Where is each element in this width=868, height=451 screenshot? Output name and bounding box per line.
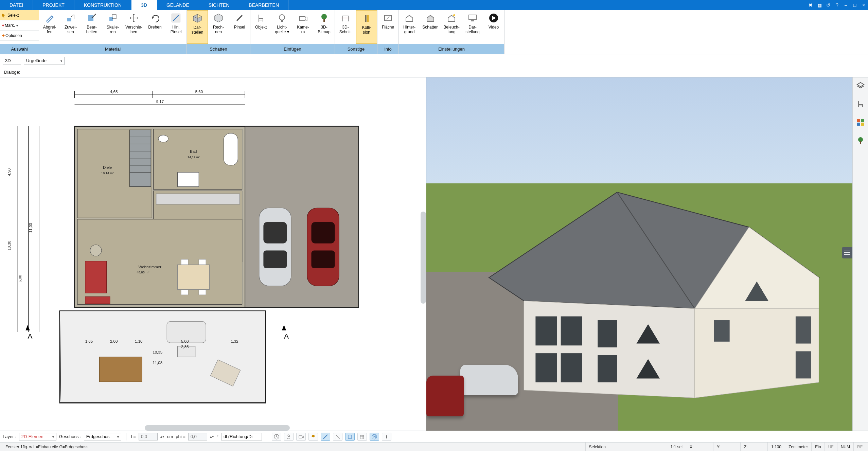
svg-point-8 — [321, 14, 327, 19]
svg-rect-42 — [561, 317, 582, 346]
l-value: 0,0 — [141, 434, 147, 439]
view-selector-bar: 3D Urgelände — [0, 54, 868, 67]
plants-icon[interactable] — [856, 136, 865, 145]
3d-view[interactable] — [426, 77, 852, 431]
tab-datei[interactable]: DATEI — [0, 0, 33, 10]
snap3-icon[interactable] — [345, 433, 355, 441]
tab-konstruktion[interactable]: KONSTRUKTION — [74, 0, 131, 10]
drehen-button[interactable]: Drehen — [144, 10, 165, 44]
beleuchtung-label: Beleuch- tung — [443, 25, 459, 35]
hinpinsel-button[interactable]: Hin. Pinsel — [165, 10, 187, 44]
status-rf: RF — [854, 443, 866, 451]
materials-icon[interactable] — [856, 118, 865, 127]
darstellung-button[interactable]: Dar- stellung — [462, 10, 483, 44]
abgreifen-button[interactable]: Abgrei- fen — [39, 10, 60, 44]
help-icon[interactable]: ? — [833, 0, 842, 10]
optionen-button[interactable]: ＋ Optionen — [0, 31, 39, 41]
tool-icon-2[interactable]: ▦ — [815, 0, 824, 10]
view-mode-select[interactable]: 3D — [3, 57, 21, 65]
snap1-icon[interactable] — [321, 433, 330, 441]
layers-icon[interactable] — [856, 81, 865, 90]
video-button[interactable]: Video — [483, 10, 504, 44]
objekt-button[interactable]: Objekt — [250, 10, 271, 44]
room-wohnzimmer-label: Wohnzimmer — [139, 265, 162, 269]
layer-combo[interactable]: 2D-Elemen — [19, 433, 56, 440]
status-uf: UF — [825, 443, 837, 451]
dl-input[interactable]: dl (Richtung/Di — [221, 433, 262, 440]
rechnen-button[interactable]: Rech- nen — [208, 10, 229, 44]
pinsel-button[interactable]: Pinsel — [229, 10, 250, 44]
tab-sichten[interactable]: SICHTEN — [199, 0, 239, 10]
zuweisen-button[interactable]: Zuwei- sen — [60, 10, 81, 44]
svg-rect-48 — [796, 317, 811, 344]
verschieben-button[interactable]: Verschie- ben — [123, 10, 144, 44]
group-label-material: Material — [39, 44, 187, 54]
mark-button[interactable]: ✶ Mark. — [0, 20, 39, 31]
3dbitmap-button[interactable]: 3D- Bitmap — [314, 10, 335, 44]
layers-toggle-icon[interactable] — [308, 433, 318, 441]
maximize-icon[interactable]: □ — [850, 0, 859, 10]
layer-select[interactable]: Urgelände — [24, 57, 65, 65]
layer-combo-value: 2D-Elemen — [21, 434, 43, 439]
plus-icon: ✶ — [1, 23, 5, 28]
clock-icon[interactable] — [272, 433, 281, 441]
rotate-icon — [149, 12, 161, 24]
kitchen-counter — [156, 194, 240, 204]
group-label-einfuegen: Einfügen — [250, 44, 335, 54]
minimize-icon[interactable]: – — [842, 0, 850, 10]
room-diele-label: Diele — [103, 165, 112, 169]
assign-icon — [65, 12, 76, 24]
flaeche-button[interactable]: Fläche — [377, 10, 398, 44]
3dschnitt-button[interactable]: 3D- Schnitt — [335, 10, 356, 44]
video-label: Video — [489, 25, 499, 30]
side-pulltab[interactable] — [842, 247, 852, 258]
camera-toggle-icon[interactable] — [296, 433, 306, 441]
toilet-icon — [158, 135, 168, 142]
object-icon[interactable] — [856, 99, 865, 109]
tab-bearbeiten[interactable]: BEARBEITEN — [239, 0, 289, 10]
schatten-setting-label: Schatten — [422, 25, 438, 30]
phi-input[interactable]: 0,0 — [188, 433, 207, 440]
geschoss-combo[interactable]: Erdgeschos — [84, 433, 121, 440]
dim-top-3: 9,17 — [156, 100, 164, 104]
svg-rect-1 — [88, 15, 93, 21]
parameter-bar: Layer : 2D-Elemen Geschoss : Erdgeschos … — [0, 431, 868, 442]
north-icon[interactable]: N — [370, 433, 379, 441]
drehen-label: Drehen — [148, 25, 161, 30]
scale-icon — [107, 12, 119, 24]
dim-left-3: 6,00 — [18, 275, 22, 282]
lichtquelle-button[interactable]: Licht- quelle ▾ — [271, 10, 293, 44]
snap2-icon[interactable] — [333, 433, 342, 441]
tab-3d[interactable]: 3D — [131, 0, 157, 10]
kollision-button[interactable]: Kolli- sion — [356, 10, 377, 44]
skalieren-button[interactable]: Skalie- ren — [102, 10, 123, 44]
zuweisen-label: Zuwei- sen — [65, 25, 77, 35]
scrollbar-horizontal[interactable] — [145, 425, 289, 431]
status-num: NUM — [837, 443, 854, 451]
selekt-button[interactable]: Selekt — [0, 10, 39, 20]
info-toggle-icon[interactable]: i — [382, 433, 391, 441]
darstellen-button[interactable]: Dar- stellen — [187, 10, 208, 44]
kamera-button[interactable]: Kame- ra — [293, 10, 314, 44]
tool-icon-1[interactable]: ✖ — [806, 0, 815, 10]
bearbeiten-label: Bear- beiten — [86, 25, 98, 35]
gdim-3: 10,35 — [153, 350, 162, 354]
grid-icon[interactable] — [357, 433, 367, 441]
tool-icon-3[interactable]: ↺ — [824, 0, 833, 10]
dl-value: dl (Richtung/Di — [224, 434, 252, 439]
beleuchtung-button[interactable]: Beleuch- tung — [441, 10, 462, 44]
hintergrund-button[interactable]: Hinter- grund — [399, 10, 420, 44]
floorplan-view[interactable]: 4,65 5,60 9,17 4,90 10,30 6,00 11,03 — [0, 77, 426, 431]
tab-projekt[interactable]: PROJEKT — [33, 0, 74, 10]
bearbeiten-button[interactable]: Bear- beiten — [81, 10, 102, 44]
tab-gelaende[interactable]: GELÄNDE — [157, 0, 199, 10]
ribbon: Selekt ✶ Mark. ＋ Optionen Auswahl Abgrei… — [0, 10, 868, 54]
scrollbar-vertical[interactable] — [421, 212, 426, 303]
section-icon — [340, 12, 351, 24]
svg-point-5 — [279, 15, 285, 20]
mark-label: Mark. — [5, 23, 15, 28]
schatten-setting-button[interactable]: Schatten — [420, 10, 441, 44]
close-icon[interactable]: × — [859, 0, 868, 10]
l-input[interactable]: 0,0 — [139, 433, 158, 440]
person-icon[interactable] — [284, 433, 294, 441]
